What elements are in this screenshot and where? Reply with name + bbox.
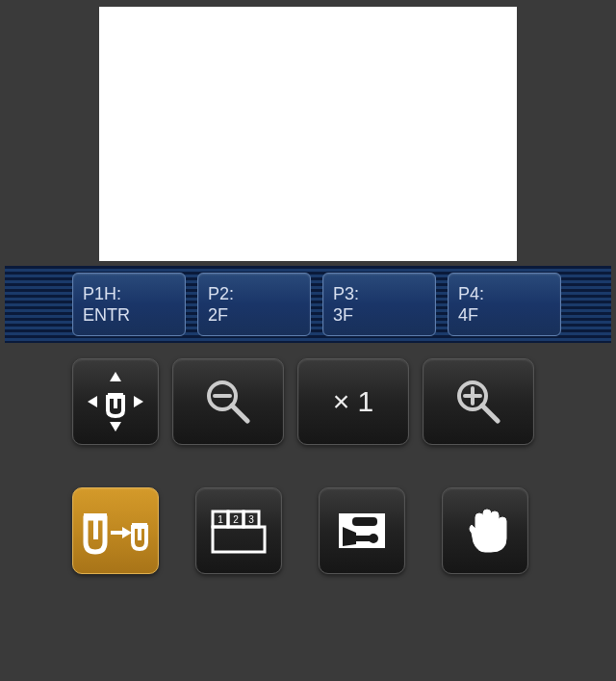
svg-rect-18: [138, 527, 141, 540]
floor-label-line1: P3:: [333, 283, 425, 305]
svg-text:2: 2: [233, 514, 239, 525]
floor-button-p3[interactable]: P3: 3F: [322, 273, 436, 336]
svg-text:1: 1: [218, 514, 223, 525]
svg-marker-3: [134, 396, 143, 407]
svg-rect-27: [352, 517, 377, 526]
svg-marker-1: [110, 422, 121, 432]
control-row-1: × 1: [72, 358, 534, 445]
brush-tool-icon: [333, 508, 391, 554]
svg-rect-29: [356, 536, 370, 541]
zoom-in-button[interactable]: [423, 358, 534, 445]
floor-label-line2: 4F: [458, 304, 551, 327]
floor-label-line2: ENTR: [83, 304, 175, 327]
svg-point-28: [369, 534, 378, 543]
positioning-arrows-icon: [82, 368, 149, 435]
hand-pan-button[interactable]: [442, 487, 528, 574]
floor-button-p2[interactable]: P2: 2F: [197, 273, 311, 336]
floor-label-line2: 2F: [208, 304, 300, 327]
svg-marker-0: [110, 372, 121, 381]
brush-tool-button[interactable]: [319, 487, 405, 574]
svg-line-10: [482, 406, 498, 421]
floor-label-line1: P2:: [208, 283, 300, 305]
floor-button-p1h[interactable]: P1H: ENTR: [72, 273, 186, 336]
svg-marker-2: [88, 396, 97, 407]
control-row-2: 1 2 3: [72, 487, 528, 574]
floor-label-line2: 3F: [333, 304, 425, 327]
zoom-in-icon: [451, 375, 505, 429]
svg-line-7: [232, 406, 247, 421]
svg-rect-5: [114, 397, 117, 408]
zoom-level-label: × 1: [333, 385, 374, 418]
positioning-button[interactable]: [72, 358, 159, 445]
floor-label-line1: P4:: [458, 283, 551, 305]
layout-123-icon: 1 2 3: [209, 506, 269, 556]
zoom-level-button[interactable]: × 1: [297, 358, 409, 445]
floor-label-line1: P1H:: [83, 283, 175, 305]
svg-rect-19: [213, 527, 265, 552]
cup-transfer-button[interactable]: [72, 487, 159, 574]
svg-marker-16: [122, 527, 132, 538]
floor-button-p4[interactable]: P4: 4F: [448, 273, 561, 336]
svg-text:3: 3: [248, 514, 254, 525]
zoom-out-icon: [201, 375, 255, 429]
zoom-out-button[interactable]: [172, 358, 284, 445]
layout-123-button[interactable]: 1 2 3: [195, 487, 282, 574]
hand-pan-icon: [458, 504, 512, 558]
preview-canvas: [99, 7, 517, 261]
svg-rect-14: [93, 518, 98, 539]
cup-transfer-icon: [80, 502, 151, 560]
floor-selector-strip: P1H: ENTR P2: 2F P3: 3F P4: 4F: [5, 266, 611, 343]
